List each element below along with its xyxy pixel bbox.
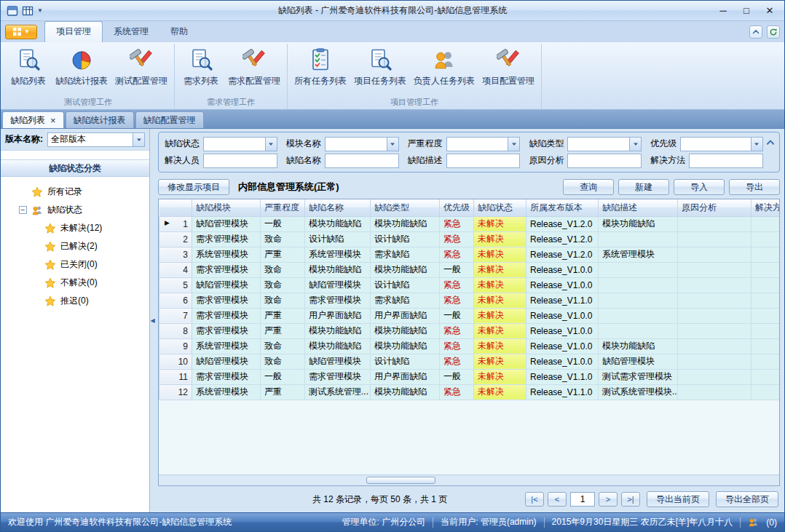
column-header-1[interactable]: 缺陷模块: [192, 199, 261, 216]
filter-severity-dropdown-icon[interactable]: [508, 138, 519, 151]
app-window-icon[interactable]: [7, 5, 18, 17]
cell-solution: [752, 247, 781, 262]
filter-defect-type-combo[interactable]: [567, 137, 642, 151]
help-refresh-icon[interactable]: [767, 25, 780, 39]
tab-help[interactable]: 帮助: [159, 22, 199, 42]
filter-module-name-dropdown-icon[interactable]: [387, 138, 398, 151]
grid-hscrollbar-thumb[interactable]: [366, 477, 435, 484]
doctab-defect-config[interactable]: 缺陷配置管理: [135, 111, 204, 128]
filter-defect-name-input[interactable]: [325, 154, 399, 168]
table-row-8[interactable]: 8 需求管理模块 严重 模块功能缺陷 模块功能缺陷 紧急 未解决 Release…: [159, 323, 781, 338]
doctab-defect-stats[interactable]: 缺陷统计报表: [66, 111, 134, 128]
tree-unresolved[interactable]: 未解决(12): [1, 219, 149, 237]
export-current-page-button[interactable]: 导出当前页: [647, 491, 709, 507]
filter-severity-combo[interactable]: [446, 137, 521, 151]
new-button[interactable]: 新建: [618, 179, 669, 195]
table-view-icon[interactable]: [22, 5, 33, 17]
btn-test-config[interactable]: 测试配置管理: [111, 44, 171, 89]
column-header-9[interactable]: 原因分析: [678, 199, 752, 216]
table-row-7[interactable]: 7 需求管理模块 严重 用户界面缺陷 用户界面缺陷 一般 未解决 Release…: [159, 308, 781, 323]
cell-solution: [752, 384, 781, 400]
cell-cause: [678, 354, 752, 369]
tree-wontfix[interactable]: 不解决(0): [1, 274, 149, 292]
export-button[interactable]: 导出: [729, 179, 780, 195]
column-header-4[interactable]: 缺陷类型: [371, 199, 440, 216]
doctab-defect-list[interactable]: 缺陷列表 ×: [2, 111, 64, 128]
ribbon-button-label: 缺陷列表: [11, 75, 46, 87]
first-page-button[interactable]: |<: [525, 492, 544, 507]
version-combo[interactable]: 全部版本: [47, 132, 145, 147]
table-row-1[interactable]: ▶1 缺陷管理模块 一般 模块功能缺陷 模块功能缺陷 紧急 未解决 Releas…: [159, 216, 781, 231]
table-row-12[interactable]: 12 系统管理模块 严重 测试系统管理... 模块功能缺陷 紧急 未解决 Rel…: [159, 384, 781, 400]
column-header-7[interactable]: 所属发布版本: [526, 199, 599, 216]
column-header-8[interactable]: 缺陷描述: [599, 199, 678, 216]
export-all-pages-button[interactable]: 导出全部页: [716, 491, 778, 507]
filter-defect-type-dropdown-icon[interactable]: [629, 138, 641, 151]
filter-priority-dropdown-icon[interactable]: [751, 138, 762, 151]
table-row-10[interactable]: 10 缺陷管理模块 致命 缺陷管理模块 设计缺陷 紧急 未解决 Release_…: [159, 354, 781, 369]
btn-all-tasks[interactable]: 所有任务列表: [291, 44, 350, 89]
filter-defect-status-combo[interactable]: [203, 137, 277, 151]
btn-req-config[interactable]: 需求配置管理: [224, 44, 284, 89]
cell-solution: [752, 293, 781, 308]
table-row-4[interactable]: 4 需求管理模块 致命 模块功能缺陷 模块功能缺陷 一般 未解决 Release…: [159, 262, 781, 277]
splitter-collapse-icon[interactable]: ◀: [150, 317, 154, 324]
collapse-ribbon-icon[interactable]: [749, 25, 762, 39]
tree-defect-status[interactable]: − 缺陷状态: [1, 201, 149, 219]
sidebar-splitter[interactable]: ◀: [150, 129, 155, 512]
tree-collapse-icon[interactable]: −: [19, 206, 27, 214]
tab-system-mgmt[interactable]: 系统管理: [103, 22, 159, 42]
column-header-6[interactable]: 缺陷状态: [474, 199, 526, 216]
table-row-3[interactable]: 3 系统管理模块 严重 系统管理模块 需求缺陷 紧急 未解决 Release_V…: [159, 247, 781, 262]
grid-hscrollbar[interactable]: [159, 475, 779, 485]
minimize-button[interactable]: ─: [711, 2, 735, 20]
filter-defect-desc-input[interactable]: [446, 154, 521, 168]
filter-resolver-input[interactable]: [203, 154, 277, 168]
column-header-3[interactable]: 缺陷名称: [305, 199, 371, 216]
filter-priority-combo[interactable]: [680, 137, 763, 151]
next-page-button[interactable]: >: [599, 492, 618, 507]
modify-columns-button[interactable]: 修改显示项目: [158, 179, 229, 195]
filter-cause-analysis-input[interactable]: [567, 154, 642, 168]
maximize-button[interactable]: □: [735, 2, 758, 20]
btn-project-config[interactable]: 项目配置管理: [478, 44, 538, 89]
filter-defect-name-field: 缺陷名称: [286, 154, 399, 168]
table-row-2[interactable]: 2 需求管理模块 致命 设计缺陷 设计缺陷 紧急 未解决 Release_V1.…: [159, 231, 781, 247]
filter-collapse-icon[interactable]: [765, 138, 776, 148]
quick-access-dropdown-icon[interactable]: ▼: [37, 7, 43, 14]
btn-project-tasks[interactable]: 项目任务列表: [350, 44, 410, 89]
last-page-button[interactable]: >|: [621, 492, 640, 507]
close-tab-icon[interactable]: ×: [50, 116, 56, 125]
table-row-6[interactable]: 6 需求管理模块 致命 需求管理模块 需求缺陷 紧急 未解决 Release_V…: [159, 293, 781, 308]
prev-page-button[interactable]: <: [548, 492, 567, 507]
cell-release: Release_V1.0.0: [526, 338, 599, 354]
tree-postponed[interactable]: 推迟(0): [1, 292, 149, 310]
tab-project-mgmt[interactable]: 项目管理: [44, 21, 103, 42]
table-row-11[interactable]: 11 需求管理模块 一般 需求管理模块 用户界面缺陷 一般 未解决 Releas…: [159, 369, 781, 384]
btn-owner-tasks[interactable]: 负责人任务列表: [410, 44, 478, 89]
column-header-5[interactable]: 优先级: [440, 199, 474, 216]
app-menu-button[interactable]: ▼: [5, 25, 37, 39]
filter-solution-input[interactable]: [689, 154, 763, 168]
table-row-9[interactable]: 9 系统管理模块 致命 模块功能缺陷 模块功能缺陷 紧急 未解决 Release…: [159, 338, 781, 354]
filter-defect-status-dropdown-icon[interactable]: [265, 138, 277, 151]
tree-resolved[interactable]: 已解决(2): [1, 237, 149, 255]
btn-req-list[interactable]: 需求列表: [178, 44, 224, 89]
filter-module-name-combo[interactable]: [325, 137, 399, 151]
content-area: 缺陷状态 模块名称 严重程度 缺陷类型 优先级: [155, 129, 784, 512]
tree-all-records[interactable]: 所有记录: [1, 183, 149, 201]
btn-defect-stats[interactable]: 缺陷统计报表: [52, 44, 111, 89]
tree-closed[interactable]: 已关闭(0): [1, 255, 149, 274]
page-number-input[interactable]: [570, 492, 595, 507]
cell-desc: 缺陷管理模块: [599, 354, 678, 369]
column-header-10[interactable]: 解决方法: [752, 199, 781, 216]
column-header-2[interactable]: 严重程度: [261, 199, 305, 216]
btn-defect-list[interactable]: 缺陷列表: [5, 44, 52, 89]
tree-panel-title: 缺陷状态分类: [1, 159, 149, 177]
table-row-5[interactable]: 5 缺陷管理模块 致命 缺陷管理模块 设计缺陷 紧急 未解决 Release_V…: [159, 277, 781, 293]
import-button[interactable]: 导入: [674, 179, 725, 195]
query-button[interactable]: 查询: [563, 179, 614, 195]
cell-release: Release_V1.1.0: [526, 384, 599, 400]
close-button[interactable]: ✕: [758, 2, 781, 20]
version-combo-dropdown-icon[interactable]: [133, 133, 144, 146]
